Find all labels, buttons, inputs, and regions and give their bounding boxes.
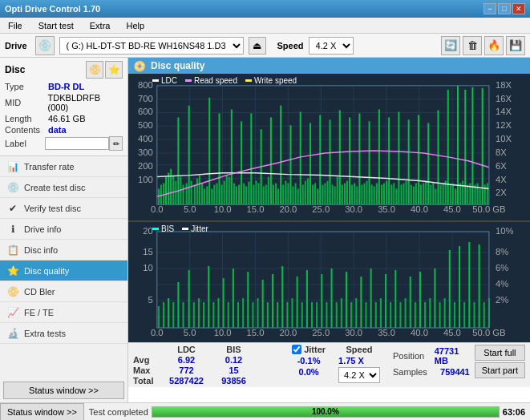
svg-rect-140: [381, 184, 382, 204]
sidebar-item-disc-quality[interactable]: ⭐ Disc quality: [0, 260, 127, 281]
chart1-container: LDC Read speed Write speed: [128, 74, 530, 222]
svg-rect-74: [218, 113, 220, 204]
svg-rect-170: [455, 188, 456, 204]
label-edit-button[interactable]: ✏: [109, 136, 123, 151]
svg-rect-286: [463, 302, 465, 328]
svg-rect-281: [439, 302, 441, 328]
app-title: Opti Drive Control 1.70: [5, 4, 100, 14]
svg-rect-279: [429, 298, 431, 328]
stats-total-label: Total: [133, 376, 161, 386]
start-part-button[interactable]: Start part: [475, 362, 525, 378]
disc-icon1[interactable]: 📀: [86, 61, 103, 79]
svg-rect-269: [380, 298, 382, 328]
position-value: 47731 MB: [435, 346, 470, 365]
speed-dropdown[interactable]: 4.2 X: [338, 367, 380, 383]
svg-rect-68: [204, 188, 205, 204]
svg-rect-260: [336, 302, 338, 328]
svg-rect-81: [236, 186, 237, 204]
svg-rect-234: [208, 266, 209, 328]
sidebar-item-cd-bler[interactable]: 📀 CD Bler: [0, 281, 127, 302]
svg-rect-160: [430, 184, 431, 204]
svg-rect-63: [191, 181, 192, 205]
svg-text:30.0: 30.0: [345, 204, 362, 214]
disc-label-input[interactable]: [45, 137, 109, 150]
minimize-button[interactable]: −: [483, 3, 496, 14]
svg-rect-94: [268, 177, 269, 205]
svg-text:8%: 8%: [496, 247, 508, 256]
svg-rect-144: [390, 184, 392, 204]
svg-rect-53: [165, 177, 167, 205]
sidebar-item-extra-tests[interactable]: 🔬 Extra tests: [0, 323, 127, 344]
svg-rect-287: [468, 242, 470, 328]
sidebar-item-verify-test-disc[interactable]: ✔ Verify test disc: [0, 198, 127, 219]
svg-rect-138: [376, 184, 378, 205]
svg-rect-227: [172, 302, 174, 328]
sidebar-item-label: CD Bler: [24, 287, 55, 297]
svg-rect-261: [341, 298, 342, 328]
status-window-bottom-button[interactable]: Status window >>: [0, 403, 84, 421]
svg-rect-257: [321, 274, 322, 328]
svg-rect-283: [449, 250, 451, 328]
stats-total-bis: 93856: [212, 376, 256, 386]
svg-rect-246: [267, 302, 269, 328]
svg-text:700: 700: [138, 94, 153, 103]
close-button[interactable]: ✕: [512, 3, 525, 14]
svg-text:10%: 10%: [496, 226, 514, 236]
svg-rect-267: [370, 269, 372, 328]
svg-text:12X: 12X: [496, 120, 512, 130]
chart-area: 📀 Disc quality LDC Read speed Write spee…: [128, 58, 530, 402]
svg-rect-75: [221, 184, 223, 204]
svg-rect-241: [242, 298, 244, 328]
svg-text:20.0: 20.0: [279, 328, 297, 337]
svg-rect-152: [411, 184, 412, 204]
menu-help[interactable]: Help: [121, 19, 149, 32]
sidebar-item-create-test-disc[interactable]: 💿 Create test disc: [0, 177, 127, 198]
sidebar-item-fe-te[interactable]: 📈 FE / TE: [0, 302, 127, 323]
position-row: Position 47731 MB Samples 759441 Start f…: [393, 345, 525, 378]
svg-rect-149: [403, 184, 405, 205]
drive-select[interactable]: ( G:) HL-DT-ST BD-RE WH16NS48 1.D3: [59, 37, 244, 55]
svg-rect-147: [398, 111, 399, 204]
sidebar-item-disc-info[interactable]: 📋 Disc info: [0, 240, 127, 260]
svg-rect-245: [262, 280, 264, 328]
svg-rect-280: [434, 269, 435, 328]
start-full-button[interactable]: Start full: [475, 345, 525, 361]
svg-rect-278: [424, 302, 426, 328]
erase-icon-button[interactable]: 🗑: [463, 36, 482, 55]
disc-icon2[interactable]: ⭐: [105, 61, 123, 79]
svg-rect-114: [317, 188, 318, 204]
svg-rect-130: [356, 186, 358, 204]
main-content: Disc 📀 ⭐ Type BD-R DL MID TDKBLDRFB (000…: [0, 58, 530, 402]
svg-rect-270: [385, 274, 386, 328]
status-window-button[interactable]: Status window >>: [3, 382, 124, 399]
svg-text:600: 600: [138, 107, 153, 117]
svg-rect-263: [350, 302, 352, 328]
svg-rect-107: [300, 111, 301, 204]
svg-text:10.0: 10.0: [214, 328, 232, 337]
save-icon-button[interactable]: 💾: [506, 36, 525, 55]
burn-icon-button[interactable]: 🔥: [484, 36, 504, 55]
speed-select[interactable]: 4.2 X: [309, 37, 354, 55]
menu-extra[interactable]: Extra: [85, 19, 115, 32]
maximize-button[interactable]: □: [498, 3, 511, 14]
sidebar-item-drive-info[interactable]: ℹ Drive info: [0, 219, 127, 240]
sidebar-item-transfer-rate[interactable]: 📊 Transfer rate: [0, 156, 127, 177]
svg-rect-157: [423, 184, 424, 205]
legend-jitter: Jitter: [182, 224, 208, 233]
create-test-disc-icon: 💿: [6, 181, 19, 194]
svg-rect-236: [217, 298, 219, 328]
jitter-checkbox[interactable]: [292, 345, 301, 354]
svg-rect-248: [277, 302, 278, 328]
svg-text:50.0 GB: 50.0 GB: [472, 328, 505, 337]
svg-rect-131: [358, 113, 360, 204]
svg-rect-167: [447, 90, 449, 204]
bis-dot: [152, 228, 159, 230]
menu-start-test[interactable]: Start test: [34, 19, 79, 32]
stats-total-ldc: 5287422: [164, 376, 208, 386]
sidebar-item-label: Disc quality: [24, 266, 69, 276]
svg-rect-172: [459, 184, 461, 205]
stats-row-1: LDC BIS Avg 6.92 0.12 Max 772 15 Total 5…: [133, 345, 525, 386]
eject-button[interactable]: ⏏: [249, 37, 266, 55]
menu-file[interactable]: File: [3, 19, 27, 32]
refresh-icon-button[interactable]: 🔄: [441, 36, 460, 55]
